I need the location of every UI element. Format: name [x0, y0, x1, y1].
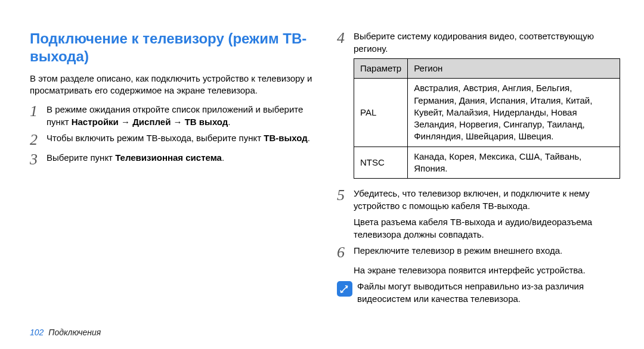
page-footer: 102 Подключения [30, 328, 101, 337]
step-number: 2 [30, 132, 47, 148]
step-1: 1 В режиме ожидания откройте список прил… [30, 103, 313, 128]
th-parameter: Параметр [354, 59, 408, 79]
text-pre: Выберите пункт [47, 152, 115, 163]
page-number: 102 [30, 328, 44, 337]
table-row: PAL Австралия, Австрия, Англия, Бельгия,… [354, 79, 620, 147]
step-4: 4 Выберите систему кодирования видео, со… [337, 30, 620, 55]
left-column: Подключение к телевизору (режим ТВ-выход… [30, 30, 313, 305]
step-text: Чтобы включить режим ТВ-выхода, выберите… [47, 132, 310, 148]
step-3: 3 Выберите пункт Телевизионная система. [30, 151, 313, 167]
step-text: В режиме ожидания откройте список прилож… [47, 103, 313, 128]
step-5-sub: Цвета разъема кабеля ТВ-выхода и аудио/в… [354, 216, 620, 241]
th-region: Регион [408, 59, 620, 79]
text-post: . [308, 133, 310, 143]
text-post: . [222, 152, 224, 163]
text-bold: ТВ-выход [264, 133, 307, 143]
step-text: Убедитесь, что телевизор включен, и подк… [354, 187, 620, 212]
step-2: 2 Чтобы включить режим ТВ-выхода, выбери… [30, 132, 313, 148]
step-text: Переключите телевизор в режим внешнего в… [354, 244, 562, 260]
td-parameter: NTSC [354, 147, 408, 179]
table-header-row: Параметр Регион [354, 59, 620, 79]
td-parameter: PAL [354, 79, 408, 147]
step-text: Выберите систему кодирования видео, соот… [354, 30, 620, 55]
step-5: 5 Убедитесь, что телевизор включен, и по… [337, 187, 620, 212]
text-post: . [228, 117, 230, 127]
step-number: 1 [30, 103, 47, 128]
step-number: 3 [30, 151, 47, 167]
page-columns: Подключение к телевизору (режим ТВ-выход… [30, 30, 620, 305]
step-number: 4 [337, 30, 354, 55]
section-name: Подключения [48, 328, 101, 337]
section-heading: Подключение к телевизору (режим ТВ-выход… [30, 30, 313, 66]
table-row: NTSC Канада, Корея, Мексика, США, Тайван… [354, 147, 620, 179]
text-bold: Настройки → Дисплей → ТВ выход [72, 117, 228, 127]
text-bold: Телевизионная система [115, 152, 222, 163]
note-icon [337, 281, 352, 297]
note-block: Файлы могут выводиться неправильно из-за… [337, 280, 620, 305]
step-number: 6 [337, 244, 354, 260]
step-number: 5 [337, 187, 354, 212]
tv-table-wrap: Параметр Регион PAL Австралия, Австрия, … [354, 58, 620, 179]
step-6: 6 Переключите телевизор в режим внешнего… [337, 244, 620, 260]
tv-system-table: Параметр Регион PAL Австралия, Австрия, … [354, 58, 620, 179]
intro-text: В этом разделе описано, как подключить у… [30, 73, 313, 97]
td-region: Канада, Корея, Мексика, США, Тайвань, Яп… [408, 147, 620, 179]
note-text: Файлы могут выводиться неправильно из-за… [357, 280, 620, 305]
step-text: Выберите пункт Телевизионная система. [47, 151, 224, 167]
td-region: Австралия, Австрия, Англия, Бельгия, Гер… [408, 79, 620, 147]
step-6-sub: На экране телевизора появится интерфейс … [354, 264, 620, 276]
text-pre: Чтобы включить режим ТВ-выхода, выберите… [47, 133, 264, 143]
right-column: 4 Выберите систему кодирования видео, со… [337, 30, 620, 305]
